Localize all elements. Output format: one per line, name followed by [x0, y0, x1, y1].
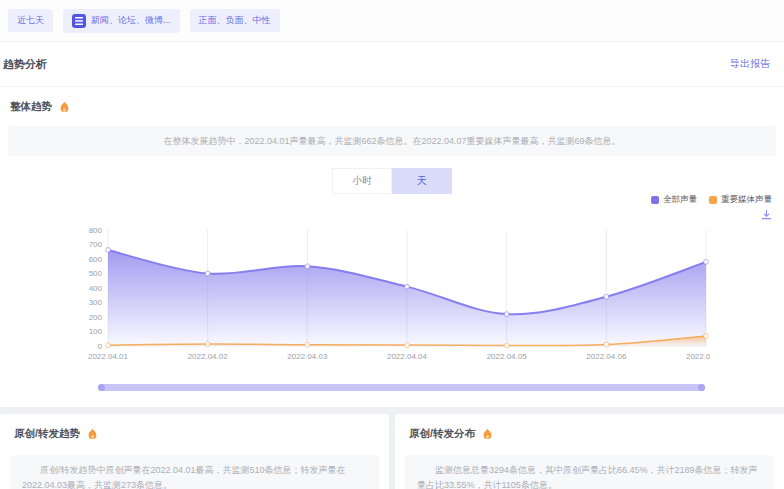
svg-text:2022.04.04: 2022.04.04 [387, 352, 428, 361]
svg-text:500: 500 [89, 269, 103, 278]
legend-swatch [709, 196, 717, 204]
svg-text:2022.04.07: 2022.04.07 [686, 352, 710, 361]
svg-text:700: 700 [89, 240, 103, 249]
scrollbar-right-handle[interactable] [698, 384, 705, 391]
legend-label: 重要媒体声量 [721, 194, 772, 206]
svg-text:800: 800 [89, 226, 103, 235]
scrollbar-left-handle[interactable] [98, 384, 105, 391]
overall-trend-header: 整体趋势 [0, 87, 784, 114]
analysis-panel: 近七天 新闻、论坛、微博... 正面、负面、中性 趋势分析 导出报告 整体趋势 … [0, 0, 784, 407]
original-forward-trend-summary: 原创/转发趋势中原创声量在2022.04.01最高，共监测510条信息；转发声量… [10, 455, 379, 489]
original-forward-dist-summary: 监测信息总量3294条信息，其中原创声量占比66.45%，共计2189条信息；转… [405, 455, 774, 489]
chart-legend: 全部声量重要媒体声量 [651, 194, 772, 206]
original-forward-trend-title: 原创/转发趋势 [14, 427, 80, 441]
chart-tools: 全部声量重要媒体声量 [0, 194, 784, 220]
source-filter-chip[interactable]: 新闻、论坛、微博... [63, 9, 180, 33]
svg-text:2022.04.05: 2022.04.05 [487, 352, 528, 361]
time-range-chip[interactable]: 近七天 [8, 9, 53, 32]
export-report-button[interactable]: 导出报告 [730, 57, 770, 71]
svg-text:200: 200 [89, 313, 103, 322]
legend-item[interactable]: 重要媒体声量 [709, 194, 772, 206]
legend-item[interactable]: 全部声量 [651, 194, 697, 206]
svg-text:2022.04.01: 2022.04.01 [88, 352, 129, 361]
original-forward-dist-card: 原创/转发分布 监测信息总量3294条信息，其中原创声量占比66.45%，共计2… [395, 414, 784, 489]
overall-trend-title: 整体趋势 [10, 100, 52, 114]
download-icon[interactable] [761, 209, 772, 220]
page-title: 趋势分析 [3, 57, 47, 72]
original-forward-trend-card: 原创/转发趋势 原创/转发趋势中原创声量在2022.04.01最高，共监测510… [0, 414, 389, 489]
section-header: 趋势分析 导出报告 [0, 42, 784, 87]
hot-icon [86, 428, 99, 441]
svg-text:2022.04.06: 2022.04.06 [586, 352, 627, 361]
source-filter-chip-label: 新闻、论坛、微博... [91, 14, 171, 27]
sentiment-filter-chip[interactable]: 正面、负面、中性 [190, 9, 280, 32]
legend-swatch [651, 196, 659, 204]
legend-label: 全部声量 [663, 194, 697, 206]
svg-text:400: 400 [89, 284, 103, 293]
granularity-toggle: 小时 天 [0, 168, 784, 194]
svg-text:600: 600 [89, 255, 103, 264]
chart-scrollbar[interactable] [98, 384, 705, 391]
svg-text:300: 300 [89, 298, 103, 307]
overall-trend-summary: 在整体发展趋势中，2022.04.01声量最高，共监测662条信息。在2022.… [8, 126, 776, 156]
grid-icon [72, 14, 86, 28]
original-forward-dist-title: 原创/转发分布 [409, 427, 475, 441]
hot-icon [58, 101, 71, 114]
svg-text:2022.04.02: 2022.04.02 [188, 352, 229, 361]
hot-icon [481, 428, 494, 441]
svg-text:100: 100 [89, 327, 103, 336]
bottom-cards: 原创/转发趋势 原创/转发趋势中原创声量在2022.04.01最高，共监测510… [0, 414, 784, 489]
filter-chips-bar: 近七天 新闻、论坛、微博... 正面、负面、中性 [0, 0, 784, 42]
toggle-hour-button[interactable]: 小时 [332, 168, 392, 194]
svg-text:0: 0 [98, 342, 103, 351]
svg-text:2022.04.03: 2022.04.03 [287, 352, 328, 361]
sentiment-filter-chip-label: 正面、负面、中性 [199, 14, 271, 27]
time-range-chip-label: 近七天 [17, 14, 44, 27]
toggle-day-button[interactable]: 天 [392, 168, 452, 194]
trend-area-chart: 01002003004005006007008002022.04.012022.… [78, 222, 710, 374]
